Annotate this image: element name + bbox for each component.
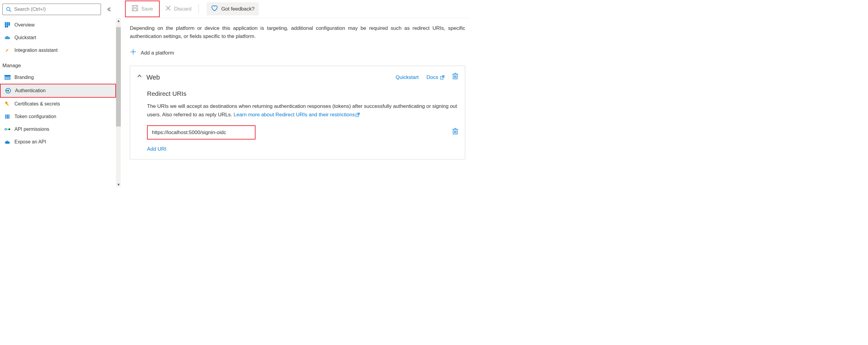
heart-icon <box>211 5 218 13</box>
external-link-icon <box>355 113 360 117</box>
cloud-icon <box>4 34 11 41</box>
add-platform-label: Add a platform <box>141 49 174 57</box>
chevron-up-icon[interactable] <box>137 73 142 81</box>
grid-icon <box>4 22 11 28</box>
svg-point-10 <box>8 49 8 50</box>
svg-rect-19 <box>8 115 9 119</box>
delete-platform-button[interactable] <box>452 73 458 82</box>
learn-more-link[interactable]: Learn more about Redirect URIs and their… <box>234 112 360 118</box>
svg-rect-16 <box>6 103 9 106</box>
sidebar-item-label: Overview <box>14 22 35 28</box>
panel-title: Web <box>147 72 160 83</box>
search-box[interactable] <box>2 4 101 15</box>
svg-point-0 <box>7 7 10 10</box>
add-uri-button[interactable]: Add URI <box>137 145 458 153</box>
web-platform-panel: Web Quickstart Docs <box>130 66 465 160</box>
save-label: Save <box>141 6 153 12</box>
svg-rect-27 <box>133 8 137 11</box>
branding-icon: www <box>4 74 11 81</box>
redirect-uris-text: The URIs we will accept as destinations … <box>137 102 458 118</box>
main: Save Discard Got feedback? Depending on … <box>116 0 470 188</box>
svg-point-24 <box>7 142 9 144</box>
svg-rect-18 <box>7 115 8 119</box>
sidebar-item-label: API permissions <box>14 127 50 132</box>
sidebar-section-manage: Manage <box>0 57 116 71</box>
svg-rect-5 <box>5 24 6 26</box>
feedback-label: Got feedback? <box>221 6 255 12</box>
sidebar-item-label: Token configuration <box>14 114 56 119</box>
svg-point-22 <box>8 128 10 130</box>
svg-rect-9 <box>7 26 8 27</box>
sidebar-item-certificates-secrets[interactable]: Certificates & secrets <box>0 98 116 110</box>
sidebar-item-label: Branding <box>14 75 34 80</box>
quickstart-link[interactable]: Quickstart <box>396 73 419 81</box>
platform-description: Depending on the platform or device this… <box>130 24 465 40</box>
svg-rect-4 <box>8 22 10 24</box>
sidebar-item-api-permissions[interactable]: API permissions <box>0 123 116 135</box>
close-icon <box>165 5 171 13</box>
svg-line-1 <box>10 10 11 12</box>
svg-point-20 <box>5 128 7 130</box>
svg-rect-3 <box>7 22 8 24</box>
save-icon <box>132 5 138 13</box>
search-icon <box>6 6 12 13</box>
sidebar-item-branding[interactable]: www Branding <box>0 71 116 84</box>
rocket-icon <box>4 47 11 54</box>
add-platform-button[interactable]: Add a platform <box>130 48 465 58</box>
authentication-icon <box>5 87 11 94</box>
sidebar-item-label: Authentication <box>15 88 45 93</box>
plus-icon <box>130 48 136 58</box>
sidebar-item-label: Certificates & secrets <box>14 101 60 107</box>
key-icon <box>4 101 11 107</box>
learn-more-label: Learn more about Redirect URIs and their… <box>234 112 355 118</box>
svg-point-23 <box>6 142 7 144</box>
search-input[interactable] <box>14 7 98 12</box>
collapse-sidebar-button[interactable] <box>103 4 114 15</box>
sidebar-item-authentication[interactable]: Authentication <box>0 84 116 98</box>
save-button[interactable]: Save <box>127 2 157 15</box>
delete-uri-button[interactable] <box>452 128 458 137</box>
sidebar-item-expose-api[interactable]: Expose an API <box>0 135 116 148</box>
sidebar-item-label: Expose an API <box>14 139 46 145</box>
sidebar-item-label: Quickstart <box>14 35 36 40</box>
external-link-icon <box>440 75 444 80</box>
svg-rect-2 <box>5 22 6 24</box>
expose-api-icon <box>4 138 11 145</box>
docs-link[interactable]: Docs <box>427 73 444 81</box>
toolbar-divider <box>198 4 199 14</box>
sidebar-item-integration-assistant[interactable]: Integration assistant <box>0 44 116 57</box>
svg-point-15 <box>5 101 7 104</box>
save-button-highlight: Save <box>125 1 160 17</box>
sidebar-item-token-configuration[interactable]: Token configuration <box>0 110 116 123</box>
token-icon <box>4 113 11 120</box>
svg-rect-8 <box>5 26 6 27</box>
sidebar-item-quickstart[interactable]: Quickstart <box>0 31 116 44</box>
redirect-uri-input[interactable]: https://localhost:5000/signin-oidc <box>147 125 255 139</box>
sidebar-item-label: Integration assistant <box>14 48 58 53</box>
svg-rect-11 <box>4 75 10 76</box>
api-permissions-icon <box>4 126 11 133</box>
sidebar: Overview Quickstart Integration assistan… <box>0 0 116 188</box>
svg-rect-17 <box>5 115 6 119</box>
svg-text:www: www <box>5 77 10 79</box>
sidebar-item-overview[interactable]: Overview <box>0 19 116 31</box>
discard-button[interactable]: Discard <box>161 3 196 15</box>
redirect-uris-heading: Redirect URIs <box>137 89 458 99</box>
toolbar: Save Discard Got feedback? <box>125 0 470 18</box>
discard-label: Discard <box>174 6 192 12</box>
svg-rect-6 <box>7 24 8 26</box>
svg-rect-7 <box>8 24 10 26</box>
svg-rect-26 <box>133 5 136 7</box>
docs-link-label: Docs <box>427 74 438 80</box>
feedback-button[interactable]: Got feedback? <box>207 2 259 15</box>
